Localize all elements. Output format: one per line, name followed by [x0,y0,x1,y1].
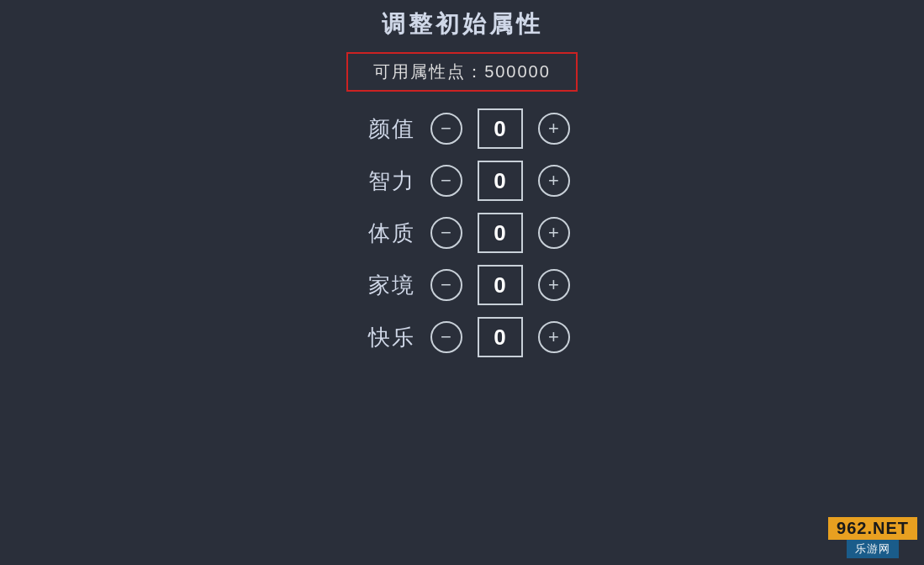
watermark: 962.NET 乐游网 [828,517,917,558]
plus-button-intelligence[interactable]: + [538,165,570,197]
plus-button-family[interactable]: + [538,269,570,301]
value-display-happiness: 0 [478,317,523,357]
value-display-constitution: 0 [478,213,523,253]
plus-button-happiness[interactable]: + [538,321,570,353]
attr-label-family: 家境 [355,271,415,300]
attributes-container: 颜值−0+智力−0+体质−0+家境−0+快乐−0+ [328,108,597,357]
attribute-row-beauty: 颜值−0+ [328,108,597,149]
watermark-top: 962.NET [828,517,917,540]
minus-button-constitution[interactable]: − [430,217,462,249]
value-display-intelligence: 0 [478,161,523,201]
attribute-row-intelligence: 智力−0+ [328,161,597,201]
minus-button-intelligence[interactable]: − [430,165,462,197]
attribute-row-happiness: 快乐−0+ [328,317,597,357]
attribute-row-constitution: 体质−0+ [328,213,597,253]
attr-label-beauty: 颜值 [355,114,415,144]
attr-label-constitution: 体质 [355,219,415,248]
minus-button-family[interactable]: − [430,269,462,301]
watermark-bottom: 乐游网 [847,540,899,558]
attr-label-intelligence: 智力 [355,166,415,196]
value-display-beauty: 0 [478,108,523,149]
page-title: 调整初始属性 [382,8,543,40]
attr-label-happiness: 快乐 [355,323,415,352]
plus-button-constitution[interactable]: + [538,217,570,249]
minus-button-beauty[interactable]: − [430,113,462,145]
attribute-row-family: 家境−0+ [328,265,597,305]
minus-button-happiness[interactable]: − [430,321,462,353]
plus-button-beauty[interactable]: + [538,113,570,145]
value-display-family: 0 [478,265,523,305]
points-display: 可用属性点：500000 [346,52,578,92]
